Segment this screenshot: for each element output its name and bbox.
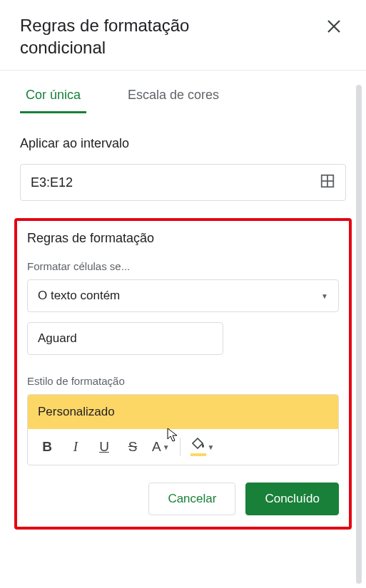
format-style-label: Estilo de formatação bbox=[27, 375, 339, 387]
chevron-down-icon: ▼ bbox=[208, 443, 215, 451]
scrollbar[interactable] bbox=[356, 85, 362, 584]
underline-button[interactable]: U bbox=[92, 435, 116, 459]
range-input[interactable] bbox=[31, 175, 320, 190]
style-preview[interactable]: Personalizado bbox=[28, 395, 338, 429]
close-icon bbox=[327, 20, 340, 33]
tab-color-scale[interactable]: Escala de cores bbox=[122, 79, 225, 113]
grid-icon bbox=[320, 173, 335, 189]
fill-color-icon bbox=[190, 438, 206, 456]
chevron-down-icon: ▼ bbox=[163, 443, 170, 451]
text-color-icon: A bbox=[152, 439, 161, 455]
close-button[interactable] bbox=[322, 14, 346, 40]
panel-header: Regras de formatação condicional bbox=[0, 0, 366, 71]
tab-single-color[interactable]: Cor única bbox=[20, 79, 86, 113]
condition-value-input[interactable] bbox=[27, 322, 223, 355]
toolbar-divider bbox=[180, 438, 181, 456]
tabs: Cor única Escala de cores bbox=[0, 79, 366, 113]
formatting-toolbar: B I U S A ▼ ▼ bbox=[28, 429, 338, 465]
cancel-button[interactable]: Cancelar bbox=[148, 483, 235, 515]
format-rules-highlight: Regras de formatação Formatar células se… bbox=[14, 218, 352, 530]
text-color-button[interactable]: A ▼ bbox=[149, 439, 173, 455]
format-rules-title: Regras de formatação bbox=[27, 231, 339, 246]
apply-range-section: Aplicar ao intervalo bbox=[0, 136, 366, 201]
panel-title: Regras de formatação condicional bbox=[20, 14, 220, 58]
apply-range-label: Aplicar ao intervalo bbox=[20, 136, 346, 151]
action-buttons: Cancelar Concluído bbox=[27, 483, 339, 515]
condition-selected-value: O texto contém bbox=[38, 289, 120, 303]
fill-color-button[interactable]: ▼ bbox=[188, 438, 218, 456]
range-input-wrapper[interactable] bbox=[20, 164, 346, 201]
italic-button[interactable]: I bbox=[63, 435, 88, 459]
strikethrough-button[interactable]: S bbox=[121, 435, 145, 459]
condition-dropdown[interactable]: O texto contém ▼ bbox=[27, 279, 339, 312]
bold-button[interactable]: B bbox=[35, 435, 59, 459]
chevron-down-icon: ▼ bbox=[321, 292, 328, 300]
format-style-box: Personalizado B I U S A ▼ bbox=[27, 394, 339, 465]
scroll-area: Cor única Escala de cores Aplicar ao int… bbox=[0, 79, 366, 588]
select-range-button[interactable] bbox=[320, 173, 335, 192]
conditional-formatting-panel: Regras de formatação condicional Cor úni… bbox=[0, 0, 366, 588]
format-cells-if-label: Formatar células se... bbox=[27, 260, 339, 272]
done-button[interactable]: Concluído bbox=[245, 483, 339, 515]
